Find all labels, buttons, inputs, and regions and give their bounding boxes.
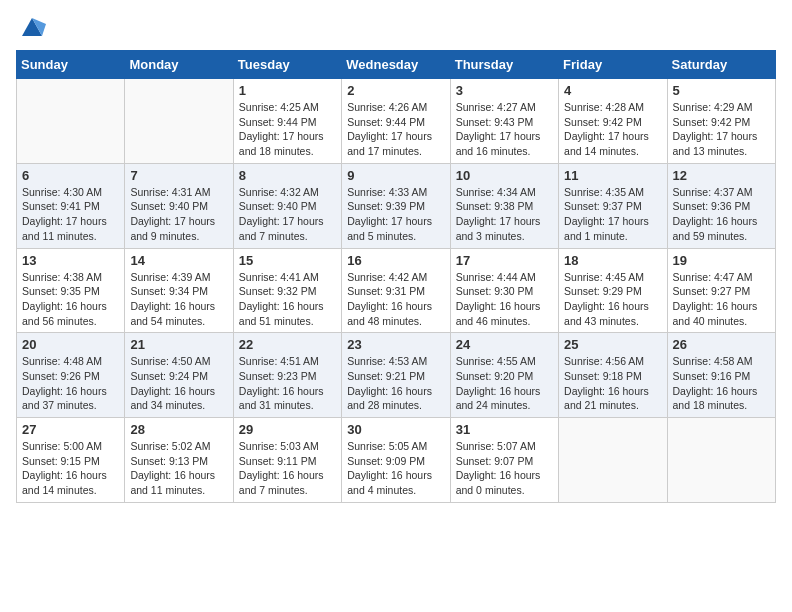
calendar-cell: 6Sunrise: 4:30 AM Sunset: 9:41 PM Daylig… bbox=[17, 163, 125, 248]
day-number: 19 bbox=[673, 253, 770, 268]
day-info: Sunrise: 4:34 AM Sunset: 9:38 PM Dayligh… bbox=[456, 185, 553, 244]
calendar-cell: 1Sunrise: 4:25 AM Sunset: 9:44 PM Daylig… bbox=[233, 79, 341, 164]
calendar-cell bbox=[125, 79, 233, 164]
day-info: Sunrise: 4:38 AM Sunset: 9:35 PM Dayligh… bbox=[22, 270, 119, 329]
day-number: 31 bbox=[456, 422, 553, 437]
calendar-cell: 5Sunrise: 4:29 AM Sunset: 9:42 PM Daylig… bbox=[667, 79, 775, 164]
week-row-5: 27Sunrise: 5:00 AM Sunset: 9:15 PM Dayli… bbox=[17, 418, 776, 503]
day-info: Sunrise: 4:41 AM Sunset: 9:32 PM Dayligh… bbox=[239, 270, 336, 329]
weekday-header-tuesday: Tuesday bbox=[233, 51, 341, 79]
day-number: 7 bbox=[130, 168, 227, 183]
day-number: 26 bbox=[673, 337, 770, 352]
calendar-cell bbox=[667, 418, 775, 503]
day-number: 30 bbox=[347, 422, 444, 437]
logo-icon bbox=[18, 12, 46, 40]
day-info: Sunrise: 4:32 AM Sunset: 9:40 PM Dayligh… bbox=[239, 185, 336, 244]
day-number: 13 bbox=[22, 253, 119, 268]
calendar-cell: 4Sunrise: 4:28 AM Sunset: 9:42 PM Daylig… bbox=[559, 79, 667, 164]
calendar-cell: 30Sunrise: 5:05 AM Sunset: 9:09 PM Dayli… bbox=[342, 418, 450, 503]
day-info: Sunrise: 4:26 AM Sunset: 9:44 PM Dayligh… bbox=[347, 100, 444, 159]
day-info: Sunrise: 4:27 AM Sunset: 9:43 PM Dayligh… bbox=[456, 100, 553, 159]
calendar-cell: 15Sunrise: 4:41 AM Sunset: 9:32 PM Dayli… bbox=[233, 248, 341, 333]
day-number: 24 bbox=[456, 337, 553, 352]
calendar-cell: 13Sunrise: 4:38 AM Sunset: 9:35 PM Dayli… bbox=[17, 248, 125, 333]
day-info: Sunrise: 4:31 AM Sunset: 9:40 PM Dayligh… bbox=[130, 185, 227, 244]
day-info: Sunrise: 4:55 AM Sunset: 9:20 PM Dayligh… bbox=[456, 354, 553, 413]
day-info: Sunrise: 4:44 AM Sunset: 9:30 PM Dayligh… bbox=[456, 270, 553, 329]
day-number: 3 bbox=[456, 83, 553, 98]
calendar-cell: 18Sunrise: 4:45 AM Sunset: 9:29 PM Dayli… bbox=[559, 248, 667, 333]
calendar-cell: 8Sunrise: 4:32 AM Sunset: 9:40 PM Daylig… bbox=[233, 163, 341, 248]
calendar-cell: 21Sunrise: 4:50 AM Sunset: 9:24 PM Dayli… bbox=[125, 333, 233, 418]
day-number: 20 bbox=[22, 337, 119, 352]
calendar-cell: 26Sunrise: 4:58 AM Sunset: 9:16 PM Dayli… bbox=[667, 333, 775, 418]
day-number: 23 bbox=[347, 337, 444, 352]
day-info: Sunrise: 5:05 AM Sunset: 9:09 PM Dayligh… bbox=[347, 439, 444, 498]
weekday-header-sunday: Sunday bbox=[17, 51, 125, 79]
calendar-cell: 3Sunrise: 4:27 AM Sunset: 9:43 PM Daylig… bbox=[450, 79, 558, 164]
page-header bbox=[16, 16, 776, 40]
day-info: Sunrise: 4:29 AM Sunset: 9:42 PM Dayligh… bbox=[673, 100, 770, 159]
day-info: Sunrise: 4:42 AM Sunset: 9:31 PM Dayligh… bbox=[347, 270, 444, 329]
weekday-header-monday: Monday bbox=[125, 51, 233, 79]
week-row-2: 6Sunrise: 4:30 AM Sunset: 9:41 PM Daylig… bbox=[17, 163, 776, 248]
week-row-3: 13Sunrise: 4:38 AM Sunset: 9:35 PM Dayli… bbox=[17, 248, 776, 333]
day-number: 25 bbox=[564, 337, 661, 352]
logo bbox=[16, 16, 46, 40]
calendar-cell: 2Sunrise: 4:26 AM Sunset: 9:44 PM Daylig… bbox=[342, 79, 450, 164]
day-info: Sunrise: 4:25 AM Sunset: 9:44 PM Dayligh… bbox=[239, 100, 336, 159]
weekday-header-friday: Friday bbox=[559, 51, 667, 79]
day-info: Sunrise: 5:07 AM Sunset: 9:07 PM Dayligh… bbox=[456, 439, 553, 498]
day-info: Sunrise: 4:47 AM Sunset: 9:27 PM Dayligh… bbox=[673, 270, 770, 329]
week-row-1: 1Sunrise: 4:25 AM Sunset: 9:44 PM Daylig… bbox=[17, 79, 776, 164]
calendar-cell: 12Sunrise: 4:37 AM Sunset: 9:36 PM Dayli… bbox=[667, 163, 775, 248]
calendar-cell: 24Sunrise: 4:55 AM Sunset: 9:20 PM Dayli… bbox=[450, 333, 558, 418]
day-info: Sunrise: 4:30 AM Sunset: 9:41 PM Dayligh… bbox=[22, 185, 119, 244]
calendar-cell: 29Sunrise: 5:03 AM Sunset: 9:11 PM Dayli… bbox=[233, 418, 341, 503]
weekday-header-saturday: Saturday bbox=[667, 51, 775, 79]
day-number: 29 bbox=[239, 422, 336, 437]
calendar-cell bbox=[559, 418, 667, 503]
day-number: 28 bbox=[130, 422, 227, 437]
day-number: 12 bbox=[673, 168, 770, 183]
calendar-cell: 20Sunrise: 4:48 AM Sunset: 9:26 PM Dayli… bbox=[17, 333, 125, 418]
day-info: Sunrise: 4:28 AM Sunset: 9:42 PM Dayligh… bbox=[564, 100, 661, 159]
day-info: Sunrise: 4:33 AM Sunset: 9:39 PM Dayligh… bbox=[347, 185, 444, 244]
day-info: Sunrise: 4:51 AM Sunset: 9:23 PM Dayligh… bbox=[239, 354, 336, 413]
day-number: 22 bbox=[239, 337, 336, 352]
calendar-cell: 14Sunrise: 4:39 AM Sunset: 9:34 PM Dayli… bbox=[125, 248, 233, 333]
calendar-cell: 23Sunrise: 4:53 AM Sunset: 9:21 PM Dayli… bbox=[342, 333, 450, 418]
day-number: 18 bbox=[564, 253, 661, 268]
calendar-cell bbox=[17, 79, 125, 164]
calendar-cell: 17Sunrise: 4:44 AM Sunset: 9:30 PM Dayli… bbox=[450, 248, 558, 333]
calendar-cell: 22Sunrise: 4:51 AM Sunset: 9:23 PM Dayli… bbox=[233, 333, 341, 418]
day-number: 11 bbox=[564, 168, 661, 183]
day-number: 5 bbox=[673, 83, 770, 98]
day-number: 2 bbox=[347, 83, 444, 98]
week-row-4: 20Sunrise: 4:48 AM Sunset: 9:26 PM Dayli… bbox=[17, 333, 776, 418]
day-info: Sunrise: 5:02 AM Sunset: 9:13 PM Dayligh… bbox=[130, 439, 227, 498]
weekday-header-thursday: Thursday bbox=[450, 51, 558, 79]
day-info: Sunrise: 4:56 AM Sunset: 9:18 PM Dayligh… bbox=[564, 354, 661, 413]
day-info: Sunrise: 5:03 AM Sunset: 9:11 PM Dayligh… bbox=[239, 439, 336, 498]
day-number: 8 bbox=[239, 168, 336, 183]
calendar-cell: 16Sunrise: 4:42 AM Sunset: 9:31 PM Dayli… bbox=[342, 248, 450, 333]
day-info: Sunrise: 4:53 AM Sunset: 9:21 PM Dayligh… bbox=[347, 354, 444, 413]
day-info: Sunrise: 4:39 AM Sunset: 9:34 PM Dayligh… bbox=[130, 270, 227, 329]
day-info: Sunrise: 4:37 AM Sunset: 9:36 PM Dayligh… bbox=[673, 185, 770, 244]
day-number: 1 bbox=[239, 83, 336, 98]
weekday-header-row: SundayMondayTuesdayWednesdayThursdayFrid… bbox=[17, 51, 776, 79]
day-info: Sunrise: 4:45 AM Sunset: 9:29 PM Dayligh… bbox=[564, 270, 661, 329]
day-info: Sunrise: 4:35 AM Sunset: 9:37 PM Dayligh… bbox=[564, 185, 661, 244]
day-number: 17 bbox=[456, 253, 553, 268]
day-number: 15 bbox=[239, 253, 336, 268]
day-number: 27 bbox=[22, 422, 119, 437]
calendar-cell: 31Sunrise: 5:07 AM Sunset: 9:07 PM Dayli… bbox=[450, 418, 558, 503]
day-number: 14 bbox=[130, 253, 227, 268]
calendar-cell: 7Sunrise: 4:31 AM Sunset: 9:40 PM Daylig… bbox=[125, 163, 233, 248]
calendar-cell: 27Sunrise: 5:00 AM Sunset: 9:15 PM Dayli… bbox=[17, 418, 125, 503]
day-info: Sunrise: 4:50 AM Sunset: 9:24 PM Dayligh… bbox=[130, 354, 227, 413]
calendar-cell: 25Sunrise: 4:56 AM Sunset: 9:18 PM Dayli… bbox=[559, 333, 667, 418]
calendar-cell: 28Sunrise: 5:02 AM Sunset: 9:13 PM Dayli… bbox=[125, 418, 233, 503]
calendar-cell: 11Sunrise: 4:35 AM Sunset: 9:37 PM Dayli… bbox=[559, 163, 667, 248]
